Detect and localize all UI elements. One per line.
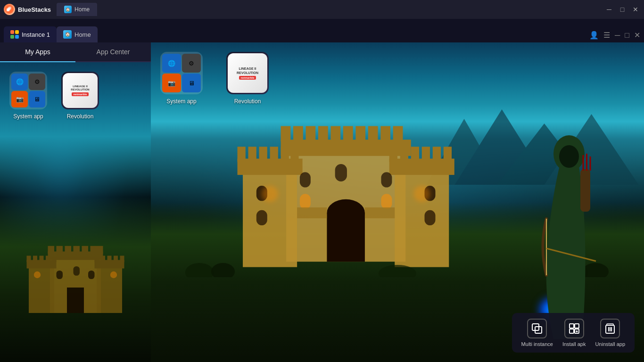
bottom-toolbar: Multi instance bbox=[512, 313, 635, 353]
svg-point-84 bbox=[413, 186, 430, 202]
uninstall-icon bbox=[600, 319, 620, 338]
right-netmarble-icon: LINEAGE IIREVOLUTION netmarble bbox=[226, 52, 269, 94]
svg-rect-49 bbox=[270, 147, 278, 162]
home-inner-tab[interactable]: 🏠 Home bbox=[57, 26, 98, 42]
right-camera-cell: 📷 bbox=[162, 74, 181, 92]
bluestacks-logo: BlueStacks bbox=[4, 4, 51, 15]
svg-rect-67 bbox=[368, 126, 378, 141]
right-system-app-icon: 🌐 ⚙ 📷 🖥 bbox=[160, 52, 203, 94]
content-area: My Apps App Center bbox=[0, 42, 644, 362]
archer-figure bbox=[539, 120, 624, 346]
right-lineage-text: LINEAGE IIREVOLUTION bbox=[237, 66, 258, 75]
svg-rect-68 bbox=[380, 126, 390, 141]
home-inner-icon: 🏠 bbox=[63, 30, 72, 39]
inner-window: Instance 1 🏠 Home 👤 ☰ ─ □ ✕ My Apps bbox=[0, 19, 644, 362]
svg-rect-26 bbox=[65, 246, 72, 253]
svg-rect-25 bbox=[57, 246, 63, 253]
my-apps-tab[interactable]: My Apps bbox=[0, 42, 75, 62]
right-browser-cell: 🖥 bbox=[182, 74, 201, 92]
svg-rect-10 bbox=[97, 266, 122, 313]
svg-rect-102 bbox=[570, 329, 574, 333]
svg-point-85 bbox=[185, 263, 214, 277]
svg-rect-80 bbox=[381, 194, 392, 209]
svg-rect-7 bbox=[15, 35, 19, 39]
svg-rect-57 bbox=[432, 147, 440, 162]
svg-rect-28 bbox=[82, 246, 89, 253]
svg-rect-77 bbox=[381, 172, 392, 187]
right-gear-cell: ⚙ bbox=[182, 54, 201, 73]
svg-point-83 bbox=[262, 186, 278, 202]
svg-rect-60 bbox=[281, 126, 290, 141]
close-button[interactable]: ✕ bbox=[631, 5, 640, 14]
title-bar-controls: ─ □ ✕ bbox=[604, 5, 640, 14]
svg-rect-24 bbox=[48, 246, 55, 253]
system-app-icon[interactable]: 🌐 ⚙ 📷 🖥 System app bbox=[9, 72, 47, 120]
svg-rect-76 bbox=[299, 172, 310, 187]
svg-rect-73 bbox=[256, 210, 267, 225]
svg-rect-66 bbox=[355, 126, 365, 141]
minimize-button[interactable]: ─ bbox=[604, 5, 614, 14]
multi-instance-button[interactable]: Multi instance bbox=[521, 319, 553, 347]
globe-cell: 🌐 bbox=[11, 74, 28, 90]
revolution-icon[interactable]: LINEAGE IIREVOLUTION netmarble Revolutio… bbox=[61, 72, 99, 120]
revolution-label: Revolution bbox=[67, 113, 94, 120]
svg-rect-20 bbox=[107, 255, 112, 262]
svg-rect-9 bbox=[29, 266, 54, 313]
home-tab-icon: 🏠 bbox=[64, 6, 72, 13]
browser-cell: 🖥 bbox=[29, 91, 45, 107]
svg-rect-12 bbox=[27, 255, 31, 262]
right-panel: 🌐 ⚙ 📷 🖥 System app LINEAGE IIREVOLUTION bbox=[151, 42, 644, 362]
right-system-app-label: System app bbox=[166, 98, 196, 105]
uninstall-app-button[interactable]: Uninstall app bbox=[595, 319, 625, 347]
title-home-tab-label: Home bbox=[74, 6, 90, 13]
brand-name: BlueStacks bbox=[18, 6, 51, 13]
svg-rect-5 bbox=[15, 30, 19, 34]
svg-rect-75 bbox=[424, 210, 435, 225]
multi-instance-label: Multi instance bbox=[521, 341, 553, 347]
right-system-app[interactable]: 🌐 ⚙ 📷 🖥 System app bbox=[160, 52, 203, 105]
inner-close-btn[interactable]: ✕ bbox=[634, 31, 640, 40]
svg-rect-101 bbox=[575, 324, 579, 328]
svg-point-35 bbox=[34, 271, 41, 278]
inner-minimize-btn[interactable]: ─ bbox=[615, 31, 620, 40]
inner-menu-icon[interactable]: ☰ bbox=[603, 31, 610, 40]
outer-window: BlueStacks 🏠 Home ─ □ ✕ bbox=[0, 0, 644, 362]
svg-rect-82 bbox=[364, 207, 394, 218]
svg-rect-22 bbox=[120, 255, 124, 262]
left-panel-tabs: My Apps App Center bbox=[0, 42, 151, 62]
svg-rect-69 bbox=[393, 126, 403, 141]
instance-tab[interactable]: Instance 1 bbox=[4, 26, 57, 42]
svg-point-36 bbox=[110, 271, 117, 278]
svg-rect-61 bbox=[293, 126, 303, 141]
left-castle-svg bbox=[8, 232, 143, 317]
gear-cell: ⚙ bbox=[29, 74, 45, 90]
svg-rect-30 bbox=[97, 246, 103, 253]
instance-tab-label: Instance 1 bbox=[22, 31, 50, 38]
svg-rect-94 bbox=[580, 169, 590, 212]
svg-rect-3 bbox=[8, 7, 11, 9]
svg-rect-34 bbox=[74, 266, 80, 276]
instance-icon bbox=[10, 30, 19, 39]
svg-rect-81 bbox=[297, 207, 327, 218]
app-center-tab[interactable]: App Center bbox=[75, 42, 151, 61]
maximize-button[interactable]: □ bbox=[618, 5, 627, 14]
right-revolution-icon[interactable]: LINEAGE IIREVOLUTION netmarble Revolutio… bbox=[226, 52, 269, 105]
svg-rect-13 bbox=[33, 255, 37, 262]
svg-rect-65 bbox=[343, 126, 353, 141]
install-apk-button[interactable]: Install apk bbox=[562, 319, 586, 347]
left-app-grid: 🌐 ⚙ 📷 🖥 System app LINEAGE IIR bbox=[0, 62, 151, 129]
inner-maximize-btn[interactable]: □ bbox=[625, 31, 629, 40]
svg-rect-62 bbox=[305, 126, 315, 141]
svg-rect-47 bbox=[248, 147, 256, 162]
svg-rect-6 bbox=[10, 35, 14, 39]
inner-user-icon[interactable]: 👤 bbox=[589, 31, 599, 40]
install-apk-label: Install apk bbox=[562, 341, 586, 347]
title-home-tab[interactable]: 🏠 Home bbox=[57, 3, 97, 16]
svg-rect-27 bbox=[74, 246, 80, 253]
svg-rect-46 bbox=[237, 147, 245, 162]
left-panel: My Apps App Center bbox=[0, 42, 151, 362]
svg-rect-58 bbox=[443, 147, 451, 162]
svg-point-71 bbox=[327, 199, 365, 227]
title-bar: BlueStacks 🏠 Home ─ □ ✕ bbox=[0, 0, 644, 19]
svg-rect-31 bbox=[67, 288, 84, 313]
